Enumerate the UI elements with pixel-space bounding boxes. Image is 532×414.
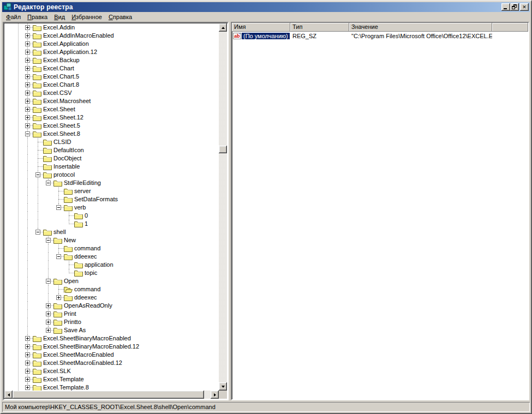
tree-item[interactable]: DefaultIcon: [4, 146, 219, 154]
tree-item[interactable]: Excel.Sheet: [4, 105, 219, 113]
tree-item[interactable]: Excel.Sheet.8: [4, 130, 219, 138]
expand-icon[interactable]: [25, 107, 30, 112]
tree-item-label[interactable]: Excel.Sheet.5: [42, 122, 81, 129]
expand-icon[interactable]: [25, 123, 30, 128]
tree-item[interactable]: New: [4, 236, 219, 244]
tree-item-label[interactable]: StdFileEditing: [63, 179, 102, 187]
tree-item[interactable]: 1: [4, 220, 219, 228]
tree-item-label[interactable]: ddeexec: [73, 294, 98, 301]
menu-item-favorites[interactable]: Избранное: [68, 13, 105, 21]
menu-item-help[interactable]: Справка: [105, 13, 135, 21]
collapse-icon[interactable]: [35, 172, 40, 177]
tree-item[interactable]: 0: [4, 212, 219, 220]
tree-item-label[interactable]: protocol: [52, 171, 76, 178]
column-header-value[interactable]: Значение: [349, 23, 492, 32]
tree-item-label[interactable]: command: [73, 245, 101, 252]
tree-item-label[interactable]: Excel.SLK: [42, 368, 72, 375]
expand-icon[interactable]: [25, 74, 30, 79]
expand-icon[interactable]: [25, 99, 30, 104]
tree-item[interactable]: StdFileEditing: [4, 179, 219, 187]
expand-icon[interactable]: [25, 115, 30, 120]
tree-item[interactable]: application: [4, 261, 219, 269]
expand-icon[interactable]: [25, 25, 30, 30]
collapse-icon[interactable]: [56, 254, 61, 259]
tree-item-label[interactable]: Printto: [63, 319, 82, 326]
tree-item[interactable]: Excel.SLK: [4, 367, 219, 375]
tree-item-label[interactable]: shell: [52, 229, 67, 236]
tree-item-label[interactable]: Excel.Chart: [42, 65, 75, 72]
tree-item[interactable]: Excel.Chart.5: [4, 73, 219, 81]
menu-item-edit[interactable]: Правка: [24, 13, 51, 21]
tree-item[interactable]: Open: [4, 277, 219, 285]
tree-item-label[interactable]: Open: [63, 278, 80, 285]
tree-item[interactable]: Excel.SheetMacroEnabled.12: [4, 359, 219, 367]
tree-item[interactable]: Excel.AddInMacroEnabled: [4, 32, 219, 40]
column-header-type[interactable]: Тип: [290, 23, 349, 32]
tree-item[interactable]: command: [4, 285, 219, 293]
tree-item-label[interactable]: New: [63, 237, 77, 244]
tree-item[interactable]: Excel.Application: [4, 40, 219, 48]
tree-item-label[interactable]: DefaultIcon: [52, 147, 85, 154]
tree-item-label[interactable]: Excel.CSV: [42, 89, 73, 97]
tree-item[interactable]: Save As: [4, 326, 219, 334]
expand-icon[interactable]: [46, 320, 51, 325]
collapse-icon[interactable]: [56, 205, 61, 210]
title-bar[interactable]: Редактор реестра ✕: [2, 2, 530, 12]
tree-item-label[interactable]: topic: [83, 269, 98, 277]
expand-icon[interactable]: [25, 66, 30, 71]
restore-button[interactable]: [510, 3, 519, 11]
tree-item[interactable]: Insertable: [4, 163, 219, 171]
horizontal-scrollbar[interactable]: [4, 391, 219, 399]
tree-item-label[interactable]: 0: [83, 212, 89, 219]
tree-item-label[interactable]: server: [73, 188, 92, 195]
tree-item-label[interactable]: Excel.Template.8: [42, 384, 90, 391]
tree-item[interactable]: Excel.Sheet.5: [4, 122, 219, 130]
tree-item-label[interactable]: Excel.Chart.5: [42, 73, 80, 80]
tree-item-label[interactable]: ddeexec: [73, 253, 98, 260]
tree-item-label[interactable]: Excel.Addin: [42, 24, 76, 31]
tree-item[interactable]: CLSID: [4, 138, 219, 146]
tree-item[interactable]: Excel.Application.12: [4, 48, 219, 56]
tree-item[interactable]: ddeexec: [4, 293, 219, 302]
value-row[interactable]: ab"(По умолчанию)REG_SZ"C:\Program Files…: [232, 32, 528, 40]
tree-item-label[interactable]: Excel.Backup: [42, 57, 81, 64]
tree-item-label[interactable]: SetDataFormats: [73, 196, 119, 203]
vertical-scrollbar-thumb[interactable]: [219, 146, 227, 153]
tree-item[interactable]: Excel.CSV: [4, 89, 219, 97]
scroll-down-button[interactable]: [219, 382, 227, 391]
app-icon[interactable]: [3, 3, 12, 11]
expand-icon[interactable]: [25, 336, 30, 341]
collapse-icon[interactable]: [46, 181, 51, 185]
close-button[interactable]: ✕: [520, 3, 529, 11]
collapse-icon[interactable]: [46, 238, 51, 243]
tree-item-label[interactable]: Excel.Application: [42, 40, 90, 47]
tree-item-label[interactable]: application: [83, 261, 115, 268]
tree-item-label[interactable]: Print: [63, 310, 77, 317]
scroll-left-button[interactable]: [4, 391, 13, 399]
tree-item[interactable]: Excel.SheetMacroEnabled: [4, 351, 219, 359]
tree-item-label[interactable]: Excel.Application.12: [42, 49, 98, 56]
expand-icon[interactable]: [46, 303, 51, 308]
tree-item[interactable]: server: [4, 187, 219, 195]
scroll-up-button[interactable]: [219, 23, 227, 32]
expand-icon[interactable]: [56, 295, 61, 300]
collapse-icon[interactable]: [46, 279, 51, 284]
tree-item-label[interactable]: Excel.Template: [42, 376, 85, 383]
value-name[interactable]: (По умолчанию): [242, 33, 290, 39]
tree-item[interactable]: Excel.Template: [4, 375, 219, 383]
tree-item-label[interactable]: Save As: [63, 327, 87, 334]
tree-item-label[interactable]: Insertable: [52, 163, 81, 170]
tree-item-label[interactable]: Excel.SheetMacroEnabled: [42, 351, 115, 358]
tree-item[interactable]: Print: [4, 310, 219, 318]
tree-item[interactable]: ddeexec: [4, 253, 219, 261]
expand-icon[interactable]: [25, 352, 30, 357]
expand-icon[interactable]: [25, 41, 30, 46]
tree-item[interactable]: Excel.Backup: [4, 56, 219, 64]
expand-icon[interactable]: [25, 50, 30, 55]
expand-icon[interactable]: [25, 361, 30, 365]
tree-item-label[interactable]: verb: [73, 204, 87, 211]
tree-item-label[interactable]: CLSID: [52, 139, 72, 146]
expand-icon[interactable]: [25, 58, 30, 63]
tree-item[interactable]: OpenAsReadOnly: [4, 302, 219, 310]
tree-item[interactable]: Excel.SheetBinaryMacroEnabled.12: [4, 343, 219, 351]
